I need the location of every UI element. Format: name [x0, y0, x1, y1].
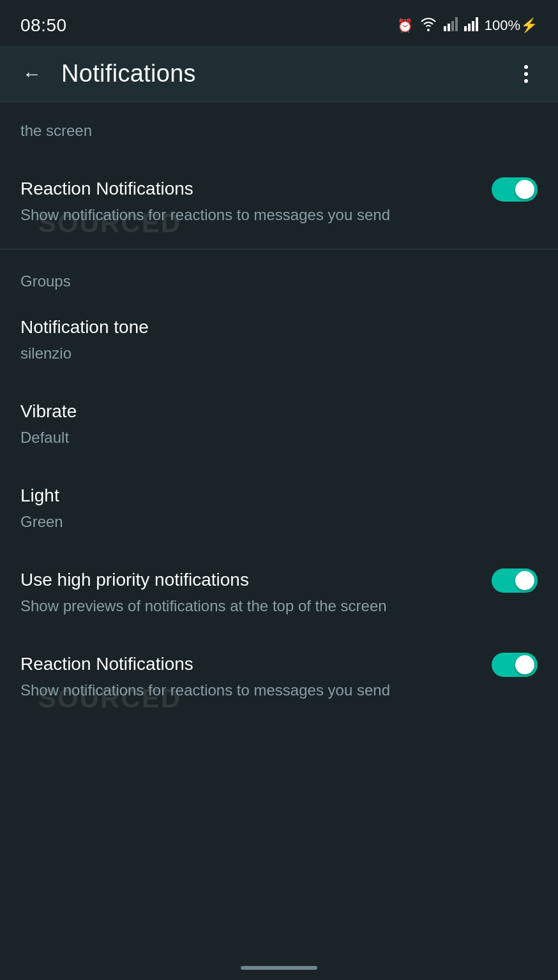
reaction-notifications-top-title: Reaction Notifications — [20, 177, 479, 200]
content-area: the screen Reaction Notifications Show n… — [0, 102, 558, 719]
section-divider-1 — [0, 249, 558, 249]
svg-rect-3 — [455, 17, 458, 31]
high-priority-text: Use high priority notifications Show pre… — [20, 568, 492, 617]
groups-label: Groups — [20, 272, 71, 290]
high-priority-toggle[interactable] — [492, 568, 538, 593]
svg-rect-2 — [451, 21, 454, 31]
svg-rect-1 — [448, 24, 450, 31]
more-dots-icon — [524, 65, 528, 83]
reaction-notifications-bottom-item[interactable]: Reaction Notifications Show notification… — [0, 635, 558, 719]
back-button[interactable]: ← — [15, 57, 49, 91]
status-icons: ⏰ — [397, 17, 538, 34]
status-bar: 08:50 ⏰ — [0, 0, 558, 46]
light-value: Green — [20, 511, 538, 533]
reaction-notifications-bottom-toggle[interactable] — [492, 653, 538, 677]
more-options-button[interactable] — [509, 57, 543, 91]
wifi-icon — [419, 17, 437, 34]
notification-tone-value: silenzio — [20, 343, 538, 364]
alarm-icon: ⏰ — [397, 18, 413, 33]
high-priority-item[interactable]: Use high priority notifications Show pre… — [0, 551, 558, 635]
svg-rect-4 — [464, 26, 467, 31]
battery-text: 100%⚡ — [485, 17, 538, 34]
high-priority-subtitle: Show previews of notifications at the to… — [20, 595, 479, 617]
reaction-notifications-top-item[interactable]: Reaction Notifications Show notification… — [0, 160, 558, 244]
svg-rect-6 — [472, 21, 474, 31]
top-context-label: the screen — [20, 122, 92, 139]
status-time: 08:50 — [20, 15, 67, 36]
svg-rect-5 — [468, 24, 471, 31]
groups-section-header: Groups — [0, 255, 558, 298]
notification-tone-title: Notification tone — [20, 316, 538, 339]
vibrate-title: Vibrate — [20, 400, 538, 423]
reaction-notifications-bottom-title: Reaction Notifications — [20, 653, 479, 676]
reaction-notifications-bottom-subtitle: Show notifications for reactions to mess… — [20, 679, 479, 701]
reaction-notifications-top-toggle[interactable] — [492, 177, 538, 202]
light-item[interactable]: Light Green — [0, 466, 558, 551]
svg-rect-0 — [444, 26, 446, 31]
top-context-text: the screen — [0, 102, 558, 160]
reaction-notifications-top-subtitle: Show notifications for reactions to mess… — [20, 204, 479, 226]
light-title: Light — [20, 484, 538, 507]
reaction-notifications-bottom-text: Reaction Notifications Show notification… — [20, 653, 492, 701]
svg-rect-7 — [476, 17, 478, 31]
back-arrow-icon: ← — [22, 63, 41, 85]
signal2-icon — [464, 17, 478, 34]
signal-icon — [444, 17, 458, 34]
reaction-notifications-top-text: Reaction Notifications Show notification… — [20, 177, 492, 226]
scroll-indicator — [241, 966, 317, 970]
page-title: Notifications — [61, 60, 509, 87]
vibrate-value: Default — [20, 427, 538, 449]
notification-tone-item[interactable]: Notification tone silenzio — [0, 298, 558, 382]
vibrate-item[interactable]: Vibrate Default — [0, 382, 558, 466]
high-priority-title: Use high priority notifications — [20, 568, 479, 591]
toolbar: ← Notifications — [0, 46, 558, 102]
